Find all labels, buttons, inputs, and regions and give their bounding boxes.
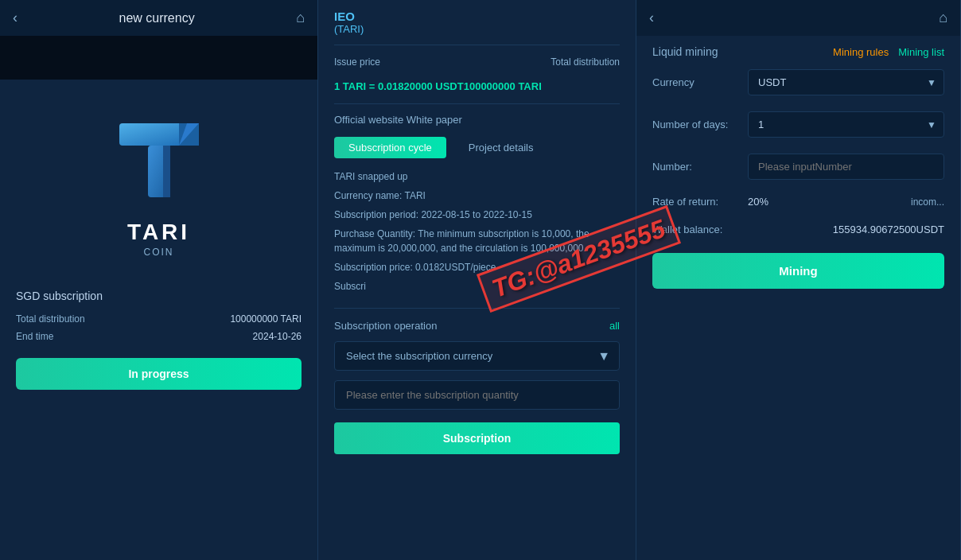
content-section: TARI snapped up Currency name: TARI Subs… [318,165,636,303]
divider-2 [334,103,620,104]
number-field-input[interactable] [748,154,944,180]
content-item-2: Subscription period: 2022-08-15 to 2022-… [334,208,620,222]
price-formula: 1 TARI = 0.01820000 USDT100000000 TARI [334,77,620,95]
divider-3 [334,308,620,309]
subscription-button[interactable]: Subscription [334,422,620,454]
content-item-4: Subscription price: 0.0182USDT/piece [334,260,620,274]
right-back-arrow[interactable]: ‹ [649,10,654,26]
number-field-label: Number: [652,161,748,173]
mining-rules-link[interactable]: Mining rules [833,46,889,58]
total-dist-value: 100000000 TARI [230,313,302,325]
left-panel: ‹ new currency ⌂ [0,0,318,560]
currency-dropdown[interactable]: Select the subscription currency [334,341,620,371]
tab-project[interactable]: Project details [454,137,548,158]
mining-list-link[interactable]: Mining list [898,46,944,58]
wallet-field-label: Wallet balance: [652,224,748,235]
mid-panel: IEO (TARI) Issue price Total distributio… [318,0,636,560]
end-time-value: 2024-10-26 [253,331,302,342]
price-section: Issue price Total distribution [318,50,636,74]
quantity-input[interactable] [334,380,620,410]
rate-field-label: Rate of return: [652,196,748,208]
wallet-field-row: Wallet balance: 155934.90672500USDT [636,216,960,243]
currency-field-label: Currency [652,76,748,88]
content-item-1: Currency name: TARI [334,189,620,203]
left-banner [0,36,317,80]
sub-op-all[interactable]: all [609,320,620,332]
ieo-subtitle: (TARI) [334,23,620,35]
left-title: new currency [119,11,194,25]
ieo-header: IEO (TARI) [318,0,636,40]
subscription-op-row: Subscription operation all [318,313,636,338]
currency-field-row: Currency USDT ▼ [636,61,960,103]
coin-sub: COIN [144,247,174,258]
coin-logo [111,111,207,207]
rate-field-row: Rate of return: 20% incom... [636,188,960,216]
svg-marker-4 [163,146,170,197]
liquid-mining-row: Liquid mining Mining rules Mining list [636,36,960,61]
end-time-label: End time [16,331,53,342]
mining-button[interactable]: Mining [652,253,944,289]
official-links: Official website White paper [318,109,636,130]
left-header: ‹ new currency ⌂ [0,0,317,36]
stats-endtime-row: End time 2024-10-26 [0,328,317,345]
wallet-balance-value: 155934.90672500USDT [833,224,944,235]
coin-name: TARI [127,220,190,245]
sgd-subscription: SGD subscription [0,274,317,310]
currency-field-dropdown-wrap: USDT ▼ [748,69,944,95]
tabs-row: Subscription cycle Project details [318,130,636,165]
content-item-0: TARI snapped up [334,169,620,184]
divider-1 [334,45,620,45]
total-dist-label: Total distribution [16,313,85,325]
number-field-row: Number: [636,146,960,188]
rate-field-value: 20% [748,196,768,208]
in-progress-button[interactable]: In progress [16,358,302,390]
days-field-dropdown-wrap: 1 ▼ [748,111,944,138]
liquid-mining-label: Liquid mining [652,45,718,58]
content-item-3: Purchase Quantity: The minimum subscript… [334,227,620,255]
ieo-title: IEO [334,10,620,23]
stats-total-row: Total distribution 100000000 TARI [0,310,317,328]
content-item-5: Subscri [334,279,620,294]
sub-op-label: Subscription operation [334,320,437,332]
right-header: ‹ ⌂ [636,0,960,36]
coin-logo-area: TARI COIN [0,80,317,274]
total-dist-mid-label: Total distribution [551,56,620,68]
right-header-icons: ⌂ [939,10,947,26]
days-field-dropdown[interactable]: 1 [748,111,944,138]
left-home-icon[interactable]: ⌂ [296,10,305,26]
left-back-arrow[interactable]: ‹ [13,10,18,26]
right-home-icon[interactable]: ⌂ [939,10,947,26]
right-panel: ‹ ⌂ Liquid mining Mining rules Mining li… [636,0,961,560]
currency-field-dropdown[interactable]: USDT [748,69,944,95]
tab-subscription[interactable]: Subscription cycle [334,137,446,158]
days-field-row: Number of days: 1 ▼ [636,103,960,146]
income-label: incom... [911,196,944,208]
currency-dropdown-wrapper: Select the subscription currency ▼ [334,341,620,371]
days-field-label: Number of days: [652,119,748,130]
issue-price-label: Issue price [334,56,380,68]
right-header-left: ‹ [649,10,654,26]
mining-links: Mining rules Mining list [833,46,944,58]
